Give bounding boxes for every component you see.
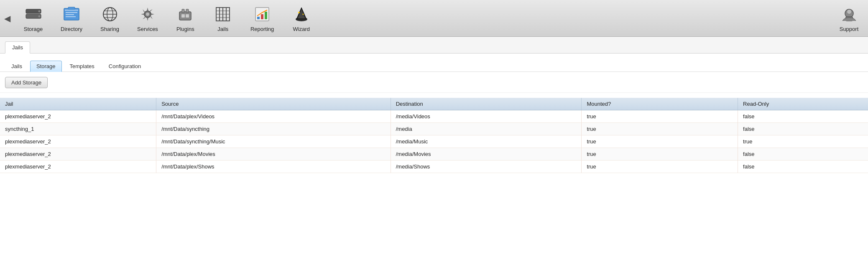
storage-icon — [23, 4, 43, 24]
col-header-readonly: Read-Only — [738, 98, 868, 110]
storage-table: Jail Source Destination Mounted? Read-On… — [0, 98, 868, 173]
data-table-wrapper: Jail Source Destination Mounted? Read-On… — [0, 93, 868, 173]
nav-label-services: Services — [137, 26, 158, 32]
reporting-icon — [252, 4, 272, 24]
page-tab-jails[interactable]: Jails — [5, 41, 30, 54]
cell-source-2: /mnt/Data/syncthing/Music — [156, 135, 391, 148]
nav-label-wizard: Wizard — [293, 26, 310, 32]
cell-mounted-1: true — [582, 123, 738, 135]
page-tab-bar: Jails — [0, 37, 868, 54]
svg-rect-6 — [66, 12, 77, 13]
table-row: plexmediaserver_2/mnt/Data/plex/Videos/m… — [0, 110, 868, 123]
cell-readonly-1: false — [738, 123, 868, 135]
nav-label-jails: Jails — [217, 26, 228, 32]
add-storage-button[interactable]: Add Storage — [5, 77, 48, 88]
cell-readonly-2: true — [738, 135, 868, 148]
cell-source-3: /mnt/Data/plex/Movies — [156, 148, 391, 161]
svg-rect-19 — [186, 9, 189, 13]
cell-jail-0: plexmediaserver_2 — [0, 110, 156, 123]
cell-destination-3: /media/Movies — [391, 148, 582, 161]
nav-item-support[interactable]: Support — [830, 2, 868, 35]
jails-icon — [213, 4, 233, 24]
svg-point-36 — [298, 12, 300, 13]
table-row: plexmediaserver_2/mnt/Data/syncthing/Mus… — [0, 135, 868, 148]
svg-point-16 — [146, 13, 149, 16]
nav-label-reporting: Reporting — [250, 26, 274, 32]
cell-mounted-2: true — [582, 135, 738, 148]
cell-source-4: /mnt/Data/plex/Shows — [156, 161, 391, 173]
col-header-jail: Jail — [0, 98, 156, 110]
cell-destination-1: /media — [391, 123, 582, 135]
cell-jail-3: plexmediaserver_2 — [0, 148, 156, 161]
nav-item-directory[interactable]: Directory — [52, 2, 91, 35]
cell-readonly-0: false — [738, 110, 868, 123]
col-header-mounted: Mounted? — [582, 98, 738, 110]
nav-label-directory: Directory — [61, 26, 82, 32]
nav-label-sharing: Sharing — [100, 26, 119, 32]
svg-rect-9 — [68, 7, 75, 9]
svg-rect-30 — [257, 17, 260, 19]
svg-point-2 — [38, 10, 40, 13]
nav-item-plugins[interactable]: Plugins — [167, 2, 204, 35]
svg-rect-17 — [179, 12, 191, 20]
cell-destination-0: /media/Videos — [391, 110, 582, 123]
cell-readonly-3: false — [738, 148, 868, 161]
sub-tab-bar: Jails Storage Templates Configuration — [0, 54, 868, 72]
col-header-destination: Destination — [391, 98, 582, 110]
table-row: plexmediaserver_2/mnt/Data/plex/Shows/me… — [0, 161, 868, 173]
sub-tab-templates[interactable]: Templates — [64, 61, 101, 72]
sub-tab-configuration[interactable]: Configuration — [102, 61, 147, 72]
nav-label-storage: Storage — [24, 26, 43, 32]
svg-rect-20 — [181, 14, 185, 18]
col-header-source: Source — [156, 98, 391, 110]
cell-mounted-3: true — [582, 148, 738, 161]
cell-mounted-0: true — [582, 110, 738, 123]
cell-jail-2: plexmediaserver_2 — [0, 135, 156, 148]
table-row: syncthing_1/mnt/Data/syncthing/mediatrue… — [0, 123, 868, 135]
cell-jail-4: plexmediaserver_2 — [0, 161, 156, 173]
nav-label-plugins: Plugins — [176, 26, 194, 32]
cell-readonly-4: false — [738, 161, 868, 173]
cell-mounted-4: true — [582, 161, 738, 173]
page-content: Jails Jails Storage Templates Configurat… — [0, 37, 868, 173]
svg-rect-18 — [182, 9, 184, 13]
back-button[interactable]: ◀ — [0, 2, 15, 35]
nav-item-wizard[interactable]: Wizard — [283, 2, 320, 35]
action-bar: Add Storage — [0, 72, 868, 93]
sub-tab-jails[interactable]: Jails — [5, 61, 28, 72]
nav-item-storage[interactable]: Storage — [15, 2, 52, 35]
svg-rect-7 — [66, 14, 74, 15]
nav-label-support: Support — [840, 26, 859, 32]
cell-jail-1: syncthing_1 — [0, 123, 156, 135]
svg-rect-32 — [265, 12, 267, 19]
sub-tab-storage[interactable]: Storage — [30, 61, 62, 72]
svg-rect-8 — [66, 16, 76, 17]
table-header-row: Jail Source Destination Mounted? Read-On… — [0, 98, 868, 110]
nav-item-sharing[interactable]: Sharing — [91, 2, 129, 35]
cell-source-1: /mnt/Data/syncthing — [156, 123, 391, 135]
cell-source-0: /mnt/Data/plex/Videos — [156, 110, 391, 123]
table-row: plexmediaserver_2/mnt/Data/plex/Movies/m… — [0, 148, 868, 161]
support-icon — [839, 4, 859, 24]
svg-point-3 — [38, 15, 40, 18]
nav-item-reporting[interactable]: Reporting — [242, 2, 283, 35]
top-nav: ◀ Storage Directory — [0, 0, 868, 37]
svg-rect-5 — [65, 10, 78, 11]
wizard-icon — [291, 4, 311, 24]
cell-destination-2: /media/Music — [391, 135, 582, 148]
svg-rect-31 — [261, 14, 263, 19]
directory-icon — [61, 4, 82, 24]
nav-item-services[interactable]: Services — [129, 2, 167, 35]
plugins-icon — [175, 4, 195, 24]
cell-destination-4: /media/Shows — [391, 161, 582, 173]
svg-point-39 — [847, 10, 851, 14]
services-icon — [138, 4, 158, 24]
svg-rect-21 — [186, 14, 189, 18]
nav-item-jails[interactable]: Jails — [204, 2, 242, 35]
sharing-icon — [100, 4, 120, 24]
svg-point-37 — [302, 14, 304, 15]
